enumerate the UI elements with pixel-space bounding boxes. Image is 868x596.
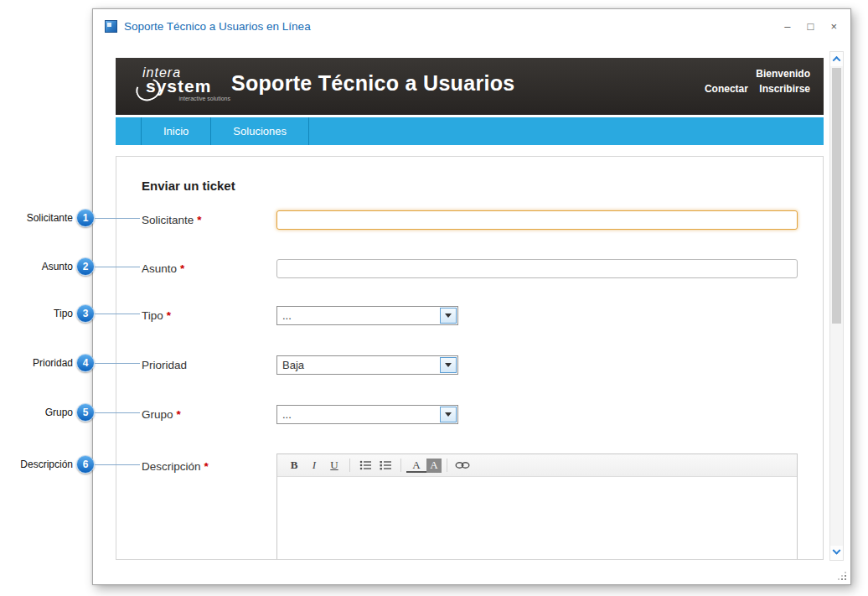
editor-toolbar: B I U A A: [277, 454, 797, 477]
asunto-input[interactable]: [276, 259, 798, 278]
tipo-label: Tipo*: [142, 309, 271, 322]
required-marker: *: [177, 408, 181, 421]
ticket-panel: Enviar un ticket Solicitante* Asunto* Ti…: [116, 156, 824, 560]
callout-label: Prioridad: [10, 357, 73, 369]
callout-label: Solicitante: [10, 212, 73, 224]
prioridad-select[interactable]: Baja: [276, 355, 458, 375]
scrollbar: [829, 51, 844, 561]
solicitante-input[interactable]: [276, 210, 798, 230]
unordered-list-button[interactable]: [355, 457, 375, 474]
callout-solicitante: Solicitante 1: [10, 209, 140, 227]
callout-label: Grupo: [10, 407, 73, 418]
grupo-select[interactable]: ...: [276, 405, 458, 424]
ordered-list-button[interactable]: [375, 457, 395, 474]
callout-label: Descripción: [10, 459, 73, 470]
site-header: intera system interactive solutions Sopo…: [116, 58, 824, 115]
callout-line: [95, 218, 140, 219]
callout-descripcion: Descripción 6: [10, 455, 140, 474]
callout-number-badge: 5: [76, 403, 95, 422]
chevron-down-icon: [440, 308, 457, 324]
highlight-button[interactable]: A: [426, 459, 442, 473]
scroll-thumb[interactable]: [832, 68, 841, 324]
required-marker: *: [180, 262, 184, 275]
grupo-label: Grupo*: [142, 408, 271, 421]
link-button[interactable]: [452, 457, 473, 474]
tipo-select[interactable]: ...: [276, 306, 458, 325]
callout-asunto: Asunto 2: [10, 257, 140, 276]
ordered-list-icon: [380, 460, 391, 470]
editor-body[interactable]: [277, 477, 797, 560]
conectar-link[interactable]: Conectar: [705, 83, 748, 95]
site-title: Soporte Técnico a Usuarios: [231, 71, 514, 96]
callout-label: Asunto: [10, 261, 73, 272]
scroll-up-button[interactable]: [830, 52, 843, 66]
toolbar-separator: [400, 459, 401, 472]
callout-number-badge: 1: [76, 209, 95, 227]
callout-number-badge: 3: [76, 304, 95, 323]
nav-item-inicio[interactable]: Inicio: [141, 117, 211, 145]
chevron-down-icon: [833, 547, 841, 555]
inscribirse-link[interactable]: Inscribirse: [759, 83, 810, 95]
italic-button[interactable]: I: [304, 457, 324, 474]
callout-number-badge: 6: [76, 455, 95, 474]
callout-number-badge: 4: [76, 354, 95, 372]
callout-grupo: Grupo 5: [10, 403, 140, 422]
window-title: Soporte Técnico a Usuarios en Línea: [124, 20, 311, 33]
scroll-down-button[interactable]: [830, 546, 843, 560]
bold-button[interactable]: B: [284, 457, 304, 474]
grupo-select-value: ...: [277, 408, 440, 421]
link-icon: [455, 461, 470, 469]
nav-item-soluciones[interactable]: Soluciones: [211, 117, 309, 145]
chevron-down-icon: [440, 357, 457, 373]
font-color-button[interactable]: A: [406, 459, 426, 473]
app-window: Soporte Técnico a Usuarios en Línea – □ …: [92, 8, 851, 585]
unordered-list-icon: [359, 460, 371, 470]
required-marker: *: [167, 309, 171, 322]
tipo-select-value: ...: [277, 309, 440, 322]
callout-prioridad: Prioridad 4: [10, 354, 140, 372]
welcome-text: Bienvenido: [696, 68, 810, 80]
underline-button[interactable]: U: [324, 457, 344, 474]
prioridad-label: Prioridad: [142, 359, 271, 371]
callout-label: Tipo: [10, 308, 73, 319]
asunto-label: Asunto*: [142, 262, 271, 275]
callout-number-badge: 2: [76, 257, 95, 276]
resize-grip[interactable]: [845, 578, 846, 580]
callout-line: [95, 314, 140, 314]
titlebar: Soporte Técnico a Usuarios en Línea – □ …: [93, 9, 850, 43]
required-marker: *: [204, 460, 209, 473]
minimize-button[interactable]: –: [784, 21, 790, 32]
prioridad-select-value: Baja: [277, 359, 440, 371]
callout-line: [95, 464, 140, 465]
maximize-button[interactable]: □: [808, 21, 814, 32]
descripcion-label: Descripción*: [142, 460, 271, 473]
nav-bar: Inicio Soluciones: [116, 117, 824, 145]
chevron-down-icon: [440, 407, 457, 422]
chevron-up-icon: [833, 56, 841, 65]
logo: intera system interactive solutions: [134, 65, 230, 101]
form-heading: Enviar un ticket: [142, 179, 235, 193]
callout-line: [95, 412, 140, 413]
close-button[interactable]: ×: [830, 21, 837, 32]
solicitante-label: Solicitante*: [142, 214, 271, 226]
required-marker: *: [197, 214, 201, 226]
callout-line: [95, 363, 140, 364]
callout-line: [95, 267, 140, 267]
callout-tipo: Tipo 3: [10, 304, 140, 323]
descripcion-editor: B I U A A: [276, 453, 798, 560]
toolbar-separator: [349, 459, 350, 472]
app-icon: [105, 20, 117, 33]
toolbar-separator: [447, 459, 447, 472]
